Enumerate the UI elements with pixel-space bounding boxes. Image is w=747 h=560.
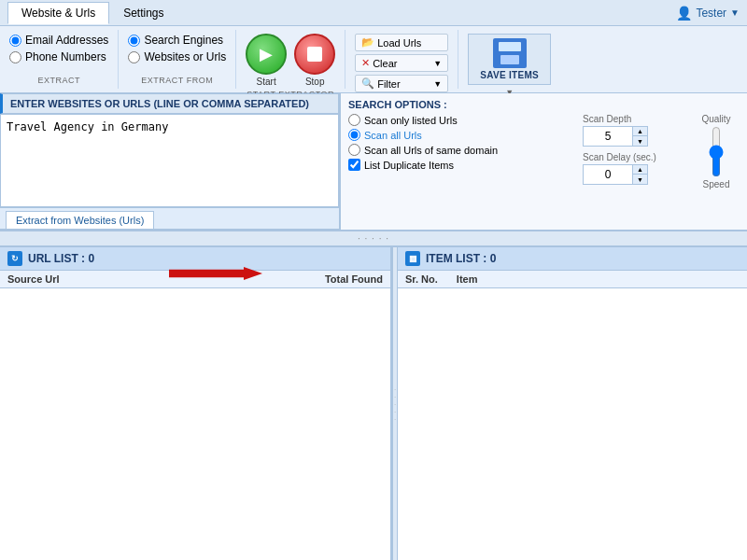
title-bar: Website & Urls Settings 👤 Tester ▼ [0,0,747,26]
filter-icon: 🔍 [361,77,374,90]
tab-website-urls[interactable]: Website & Urls [7,2,109,24]
depth-delay-section: Scan Depth ▲ ▼ Scan Delay (sec.) [583,114,685,190]
stop-label: Stop [305,77,325,87]
item-list-body [398,288,747,560]
scan-depth-up[interactable]: ▲ [632,127,647,136]
search-engines-radio[interactable] [128,35,140,47]
url-list-icon: ↻ [7,251,22,266]
filter-dropdown-icon[interactable]: ▼ [433,79,442,89]
email-addresses-label: Email Addresses [25,34,108,47]
scan-delay-value[interactable] [584,167,632,182]
item-list-header: ▦ ITEM LIST : 0 [398,247,747,271]
load-urls-label: Load Urls [377,37,421,49]
scan-depth-input: ▲ ▼ [583,126,648,147]
bottom-area: ↻ URL LIST : 0 Source Url Total Found · … [0,246,747,560]
item-list-col-header: Sr. No. Item [398,271,747,288]
extract-options: Email Addresses Phone Numbers [9,34,108,63]
list-duplicate-option[interactable]: List Duplicate Items [348,159,575,171]
quality-label: Quality [701,114,730,124]
start-stop-btns: ▶ Start Stop [246,34,335,87]
extract-label: EXTRACT [37,76,80,85]
scan-all-radio[interactable] [348,129,360,141]
clear-label: Clear [373,58,397,69]
srno-col: Sr. No. [405,273,438,285]
phone-radio[interactable] [9,51,21,63]
email-radio[interactable] [9,35,21,47]
search-engines-option[interactable]: Search Engines [128,34,223,47]
email-addresses-option[interactable]: Email Addresses [9,34,108,47]
main-area: ENTER WEBSITES OR URLS (LINE OR COMMA SE… [0,93,747,560]
save-icon [493,38,527,68]
scan-only-radio[interactable] [348,114,360,126]
phone-numbers-label: Phone Numbers [25,50,106,63]
url-list-section: ↻ URL LIST : 0 Source Url Total Found [0,247,392,560]
quality-speed-slider[interactable] [707,126,726,177]
scan-only-listed-option[interactable]: Scan only listed Urls [348,114,575,126]
search-options-panel: SEARCH OPTIONS : Scan only listed Urls S… [341,93,747,230]
start-btn-wrap: ▶ Start [246,34,287,87]
scan-delay-input: ▲ ▼ [583,164,648,185]
url-list-body [0,288,390,560]
drag-divider[interactable]: · · · · · [0,231,747,246]
filter-button[interactable]: 🔍 Filter ▼ [355,75,448,92]
url-input-section: ENTER WEBSITES OR URLS (LINE OR COMMA SE… [0,93,341,230]
start-button[interactable]: ▶ [246,34,287,75]
extract-from-tab[interactable]: Extract from Websites (Urls) [6,211,154,229]
save-items-label: SAVE ITEMS [480,70,539,80]
scan-only-label: Scan only listed Urls [364,115,458,126]
extract-group: Email Addresses Phone Numbers EXTRACT [0,30,119,89]
toolbar: Email Addresses Phone Numbers EXTRACT Se… [0,26,747,93]
extract-from-options: Search Engines Websites or Urls [128,34,226,63]
scan-all-option[interactable]: Scan all Urls [348,129,575,141]
clear-icon: ✕ [361,57,370,69]
scan-delay-spinners: ▲ ▼ [632,165,647,184]
scan-domain-radio[interactable] [348,144,360,156]
dropdown-icon[interactable]: ▼ [730,7,740,18]
url-textarea-wrap [0,114,339,207]
scan-options: Scan only listed Urls Scan all Urls Scan… [348,114,575,190]
search-options-content: Scan only listed Urls Scan all Urls Scan… [348,114,740,190]
websites-radio[interactable] [128,51,140,63]
stop-btn-wrap: Stop [294,34,335,87]
phone-numbers-option[interactable]: Phone Numbers [9,50,106,63]
user-label: Tester [696,7,726,20]
scan-same-domain-label: Scan all Urls of same domain [364,145,498,156]
url-list-header: ↻ URL LIST : 0 [0,247,390,271]
scan-depth-down[interactable]: ▼ [632,136,647,146]
item-list-section: ▦ ITEM LIST : 0 Sr. No. Item [398,247,747,560]
user-icon: 👤 [676,6,692,21]
clear-button[interactable]: ✕ Clear ▼ [355,54,448,72]
save-items-button[interactable]: SAVE ITEMS [468,34,551,85]
filter-label: Filter [377,78,400,90]
speed-label: Speed [703,179,730,189]
top-section: ENTER WEBSITES OR URLS (LINE OR COMMA SE… [0,93,747,231]
url-textarea[interactable] [1,115,338,206]
scan-delay-up[interactable]: ▲ [632,165,647,175]
item-list-title: ITEM LIST : 0 [426,252,496,265]
duplicate-checkbox[interactable] [348,159,360,171]
scan-depth-spinners: ▲ ▼ [632,127,647,146]
manage-btns: 📂 Load Urls ✕ Clear ▼ 🔍 Filter ▼ [355,34,448,92]
scan-delay-down[interactable]: ▼ [632,175,647,184]
extract-from-label: EXTRACT FROM [141,76,213,85]
tab-settings[interactable]: Settings [109,2,177,24]
extract-tab-bar: Extract from Websites (Urls) [0,207,339,230]
start-label: Start [257,77,276,87]
scan-same-domain-option[interactable]: Scan all Urls of same domain [348,144,575,156]
scan-depth-group: Scan Depth ▲ ▼ [583,114,685,147]
scan-delay-label: Scan Delay (sec.) [583,152,685,162]
websites-urls-option[interactable]: Websites or Urls [128,50,226,63]
url-list-col-header: Source Url Total Found [0,271,390,288]
load-urls-button[interactable]: 📂 Load Urls [355,34,448,51]
scan-depth-value[interactable] [584,129,632,144]
clear-dropdown-icon[interactable]: ▼ [433,59,442,68]
extract-from-group: Search Engines Websites or Urls EXTRACT … [119,30,236,89]
item-col: Item [457,273,478,285]
stop-button[interactable] [294,34,335,75]
total-found-col: Total Found [299,273,383,285]
scan-delay-group: Scan Delay (sec.) ▲ ▼ [583,152,685,185]
url-input-header: ENTER WEBSITES OR URLS (LINE OR COMMA SE… [0,93,339,114]
search-engines-label: Search Engines [144,34,223,47]
scan-all-label: Scan all Urls [364,130,422,141]
quality-speed-section: Quality Speed [693,114,740,190]
